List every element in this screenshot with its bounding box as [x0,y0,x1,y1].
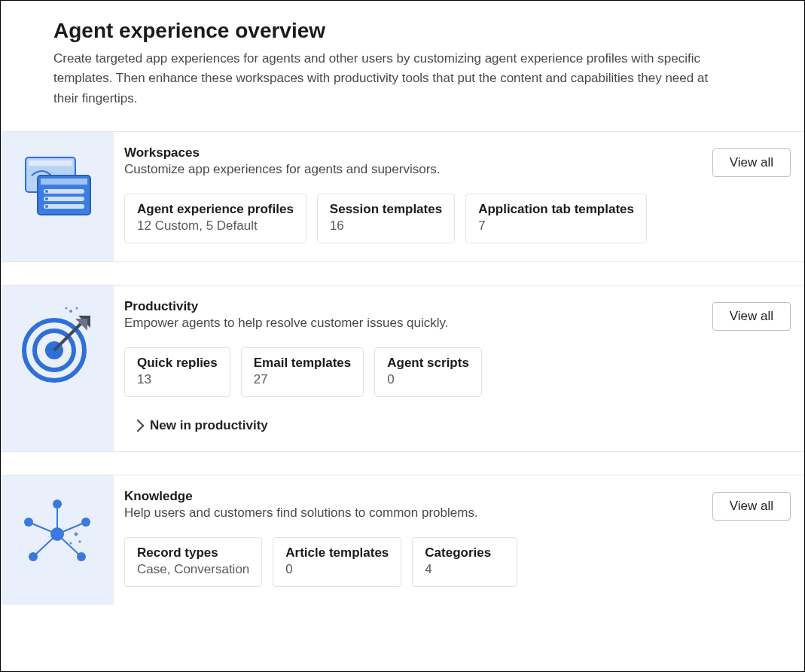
card-title: Email templates [254,356,351,371]
svg-rect-6 [44,204,84,209]
network-icon [20,496,95,575]
knowledge-title: Knowledge [124,489,478,504]
knowledge-icon-col [1,475,114,605]
card-quick-replies[interactable]: Quick replies 13 [124,347,230,397]
svg-point-8 [45,197,48,200]
svg-point-15 [76,307,78,310]
svg-point-22 [50,527,64,541]
svg-point-26 [29,552,38,561]
productivity-icon-col [1,286,114,451]
svg-point-7 [45,190,48,193]
workspaces-icon-col [1,132,114,261]
svg-rect-4 [44,189,84,194]
card-email-templates[interactable]: Email templates 27 [241,347,364,397]
card-title: Agent scripts [387,356,469,371]
svg-point-27 [77,552,86,561]
card-categories[interactable]: Categories 4 [412,537,517,587]
productivity-title: Productivity [124,299,449,314]
page-header: Agent experience overview Create targete… [1,1,804,131]
target-icon [18,307,96,388]
card-value: 12 Custom, 5 Default [137,218,294,234]
card-title: Article templates [285,545,389,561]
card-session-templates[interactable]: Session templates 16 [317,194,455,243]
svg-point-14 [69,310,72,313]
card-value: 0 [285,562,389,577]
section-productivity: Productivity Empower agents to help reso… [1,285,804,452]
new-in-productivity-expander[interactable]: New in productivity [133,418,791,433]
card-title: Quick replies [137,356,218,371]
productivity-view-all-button[interactable]: View all [712,302,791,331]
card-title: Application tab templates [478,202,634,217]
card-value: 4 [425,562,505,577]
workspaces-description: Customize app experiences for agents and… [124,162,441,177]
knowledge-description: Help users and customers find solutions … [124,506,478,521]
card-agent-scripts[interactable]: Agent scripts 0 [374,347,482,397]
card-article-templates[interactable]: Article templates 0 [273,537,401,587]
knowledge-view-all-button[interactable]: View all [712,492,791,521]
svg-point-28 [70,542,72,545]
svg-rect-3 [41,179,87,185]
card-title: Agent experience profiles [137,202,294,217]
page-title: Agent experience overview [53,19,752,43]
card-value: 16 [330,218,442,234]
card-record-types[interactable]: Record types Case, Conversation [124,537,262,587]
chevron-right-icon [132,420,145,432]
card-title: Categories [425,545,505,561]
svg-point-9 [45,205,48,208]
svg-rect-5 [44,197,84,201]
workspaces-view-all-button[interactable]: View all [712,148,791,177]
svg-rect-1 [29,160,72,166]
svg-point-24 [24,518,33,527]
card-title: Record types [137,545,249,561]
section-workspaces: Workspaces Customize app experiences for… [1,131,804,262]
card-value: 7 [478,218,634,234]
workspaces-title: Workspaces [124,145,441,160]
page-description: Create targeted app experiences for agen… [53,49,716,108]
card-title: Session templates [330,202,442,217]
svg-point-23 [53,499,62,509]
productivity-description: Empower agents to help resolve customer … [124,316,449,331]
expander-label: New in productivity [150,418,268,433]
card-application-tab-templates[interactable]: Application tab templates 7 [465,194,647,243]
card-agent-experience-profiles[interactable]: Agent experience profiles 12 Custom, 5 D… [124,194,306,243]
workspaces-icon [21,153,93,222]
card-value: 13 [137,372,218,387]
section-knowledge: Knowledge Help users and customers find … [1,475,804,605]
card-value: Case, Conversation [137,562,249,577]
card-value: 0 [387,372,469,387]
card-value: 27 [254,372,351,387]
svg-point-16 [66,307,68,310]
svg-point-25 [81,518,90,527]
